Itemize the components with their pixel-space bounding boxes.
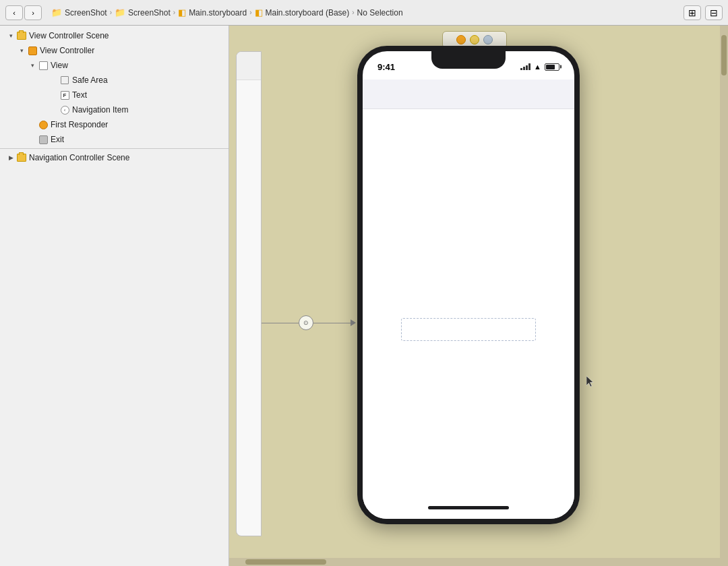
safe-area-item[interactable]: Safe Area	[0, 73, 229, 88]
disclosure-nav-scene[interactable]: ▶	[5, 152, 16, 163]
back-button[interactable]: ‹	[5, 5, 23, 20]
safe-area-icon	[59, 75, 70, 86]
breadcrumb-sep-3: ›	[249, 9, 251, 16]
disclosure-view[interactable]: ▾	[27, 60, 38, 71]
forward-button[interactable]: ›	[24, 5, 42, 20]
main-toolbar: ‹ › 📁 ScreenShot › 📁 ScreenShot › ◧ Main…	[0, 0, 728, 26]
vc-icon	[27, 45, 38, 56]
canvas-dot-orange	[456, 35, 466, 44]
vc-label: View Controller	[40, 46, 94, 55]
scene-tree: ▾ View Controller Scene ▾ View Controlle…	[0, 26, 229, 168]
phone-mockup: 9:41 ▲	[357, 46, 580, 524]
cursor-indicator	[586, 376, 595, 388]
main-content: ▾ View Controller Scene ▾ View Controlle…	[0, 26, 728, 566]
nav-buttons: ‹ ›	[5, 5, 42, 20]
breadcrumb-sep-2: ›	[173, 9, 175, 16]
view-label: View	[51, 61, 68, 70]
phone-notch	[431, 51, 506, 69]
disclosure-nav-item	[49, 104, 59, 115]
grid-button[interactable]: ⊞	[684, 5, 701, 20]
view-item[interactable]: ▾ View	[0, 58, 229, 73]
navigation-item[interactable]: ‹ Navigation Item	[0, 102, 229, 117]
nav-item-label: Navigation Item	[72, 105, 128, 115]
breadcrumb-storyboard-icon-1: ◧	[178, 7, 186, 18]
safe-area-label: Safe Area	[72, 75, 108, 85]
view-controller-item[interactable]: ▾ View Controller	[0, 43, 229, 58]
phone-status-icons: ▲	[520, 63, 559, 71]
panel-button[interactable]: ⊟	[705, 5, 723, 20]
vc-scene-label: View Controller Scene	[29, 31, 109, 40]
first-responder-item[interactable]: First Responder	[0, 117, 229, 132]
breadcrumb-sep-4: ›	[352, 9, 354, 16]
segue-connector: ⊙	[262, 315, 356, 330]
exit-label: Exit	[51, 135, 64, 144]
phone-bottom-bar	[363, 496, 574, 519]
disclosure-vc[interactable]: ▾	[16, 45, 27, 56]
h-scrollbar-thumb[interactable]	[245, 559, 326, 565]
view-icon	[38, 60, 49, 71]
segue-circle-icon: ⊙	[299, 315, 313, 330]
disclosure-fr	[27, 119, 38, 130]
breadcrumb-storyboard-icon-2: ◧	[255, 7, 263, 18]
partial-view-strip	[236, 51, 262, 536]
disclosure-exit	[27, 134, 38, 145]
phone-nav-bar	[363, 80, 574, 109]
text-field-placeholder	[401, 318, 536, 341]
canvas-wrapper: ⊙ 9:41	[229, 26, 728, 566]
segue-line-2	[313, 323, 351, 323]
breadcrumb-folder-icon-1: 📁	[51, 7, 62, 18]
phone-content-area	[363, 109, 574, 496]
breadcrumb-item-3[interactable]: Main.storyboard	[189, 8, 247, 18]
scene-view-controller[interactable]: ▾ View Controller Scene	[0, 28, 229, 43]
exit-icon	[38, 134, 49, 145]
nav-item-icon: ‹	[59, 104, 70, 115]
disclosure-text	[49, 90, 59, 100]
v-scrollbar-thumb[interactable]	[721, 35, 727, 75]
nav-controller-scene[interactable]: ▶ Navigation Controller Scene	[0, 150, 229, 165]
vc-scene-icon	[16, 30, 27, 41]
breadcrumb-item-2[interactable]: ScreenShot	[128, 8, 171, 18]
partial-nav-bar	[237, 52, 261, 80]
disclosure-vc-scene[interactable]: ▾	[5, 30, 16, 41]
breadcrumb-item-5[interactable]: No Selection	[357, 8, 403, 18]
home-indicator	[428, 506, 509, 509]
breadcrumb-folder-icon-2: 📁	[115, 7, 125, 18]
breadcrumb-item-1[interactable]: ScreenShot	[65, 8, 107, 18]
first-responder-icon	[38, 119, 49, 130]
phone-frame: 9:41 ▲	[357, 46, 580, 524]
first-responder-label: First Responder	[51, 120, 108, 129]
phone-time: 9:41	[377, 62, 395, 72]
nav-scene-icon	[16, 152, 27, 163]
exit-item[interactable]: Exit	[0, 132, 229, 147]
breadcrumb: 📁 ScreenShot › 📁 ScreenShot › ◧ Main.sto…	[51, 7, 679, 18]
nav-scene-label: Navigation Controller Scene	[29, 153, 129, 162]
segue-line	[262, 323, 299, 323]
storyboard-canvas[interactable]: ⊙ 9:41	[229, 26, 720, 558]
signal-icon	[520, 63, 530, 70]
breadcrumb-sep-1: ›	[110, 9, 112, 16]
battery-icon	[545, 63, 559, 71]
disclosure-safe-area	[49, 75, 59, 86]
canvas-dot-blue	[483, 35, 493, 44]
scene-outline-sidebar: ▾ View Controller Scene ▾ View Controlle…	[0, 26, 229, 566]
toolbar-right: ⊞ ⊟	[684, 5, 723, 20]
text-item[interactable]: F Text	[0, 88, 229, 102]
segue-arrowhead	[351, 319, 356, 326]
scene-divider	[0, 148, 229, 149]
breadcrumb-item-4[interactable]: Main.storyboard (Base)	[266, 8, 350, 18]
canvas-inner: ⊙ 9:41	[229, 26, 728, 558]
horizontal-scrollbar[interactable]	[229, 558, 728, 566]
text-label: Text	[72, 90, 87, 100]
text-icon: F	[59, 90, 70, 100]
canvas-dot-yellow	[470, 35, 479, 44]
vertical-scrollbar[interactable]	[720, 26, 728, 558]
wifi-icon: ▲	[534, 63, 541, 71]
